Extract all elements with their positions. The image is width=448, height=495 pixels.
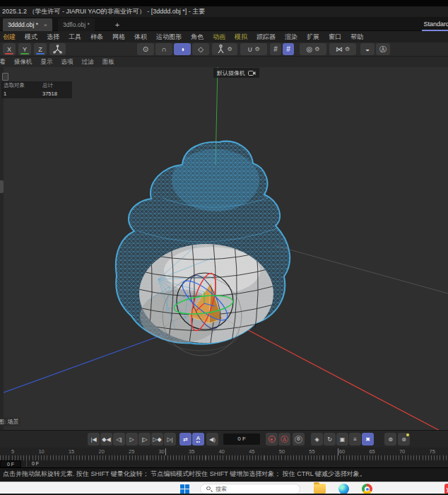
title-bar: 2025.1.2 （学生许可 - JIARUI YAO的非商业许可） - [3d… [0, 6, 448, 17]
hud-selection-stats: 选取对象 总计 1 37518 [1, 81, 72, 98]
keyframe-selection-button[interactable]: ⚙ [293, 433, 305, 446]
record-rotation-button[interactable]: ↻ [324, 433, 336, 446]
range-current-value: 0 F [32, 460, 39, 467]
grid-toggle-button[interactable]: # [270, 43, 281, 55]
pla-key-icon: ✖ [365, 436, 370, 443]
layout-selector[interactable]: Standard [422, 18, 448, 31]
youdao-dict-icon[interactable]: yd [444, 484, 448, 494]
axis-z-button[interactable]: Z [34, 43, 47, 55]
viewport-menu-options[interactable]: 选项 [61, 58, 73, 66]
record-scale-button[interactable]: ▣ [336, 433, 348, 446]
goto-end-button[interactable]: ▷| [164, 433, 176, 446]
axis-y-label: Y [23, 46, 27, 53]
timeline-ruler[interactable]: 51015202530354045505560657075 [0, 448, 448, 458]
previous-key-icon: ◆◀ [102, 436, 110, 443]
tab-label: 3dddd.obj * [8, 21, 38, 28]
autokey-icon: Ⓐ [281, 434, 288, 445]
menu-create[interactable]: 创建 [3, 33, 16, 42]
chrome-browser-icon[interactable] [362, 484, 372, 494]
edge-browser-icon[interactable] [338, 484, 349, 494]
taskbar-search-box[interactable]: 搜索 [200, 484, 300, 494]
axis-x-button[interactable]: X [3, 43, 16, 55]
parameter-key-icon: ≡ [353, 436, 357, 443]
modeling-settings-button[interactable]: ◎⚙ [300, 43, 326, 55]
next-frame-button[interactable]: |▷ [138, 433, 151, 446]
previous-key-button[interactable]: ◆◀ [100, 433, 112, 446]
snap-magnet-icon: ∪ [247, 45, 252, 53]
menu-tools[interactable]: 工具 [69, 33, 81, 42]
scene-hud-label: 图: 场景 [0, 417, 20, 426]
solo-mode-button[interactable]: ⊚ [384, 433, 396, 446]
viewport-menu-view[interactable]: 查看 [0, 58, 6, 66]
gear-icon: ⚙ [255, 46, 260, 52]
tab-close-icon[interactable]: × [44, 22, 47, 28]
tab-3dddd[interactable]: 3dddd.obj *× [3, 18, 52, 31]
status-bar: 点击并拖动鼠标旋转元素. 按住 SHIFT 键量化旋转； 节点编辑模式时按住 S… [0, 467, 448, 482]
camera-label[interactable]: 默认摄像机 [213, 68, 259, 78]
viewport-menu-display[interactable]: 显示 [41, 58, 53, 66]
range-start-field[interactable]: 0 F [0, 460, 21, 467]
auto-mode-button[interactable]: Ⓐ [376, 43, 390, 55]
menu-select[interactable]: 选择 [47, 33, 59, 42]
key-settings-icon: ⚙ [295, 436, 302, 443]
tab-3dflo[interactable]: 3dflo.obj * [58, 18, 95, 31]
shading-mode-wireframe-button[interactable]: ◇ [192, 43, 209, 55]
autokey-button[interactable]: Ⓐ [278, 433, 290, 446]
symmetry-button[interactable]: ⋈⚙ [329, 43, 356, 55]
play-button[interactable]: ▷ [126, 433, 138, 446]
next-key-button[interactable]: ▷◆ [151, 433, 163, 446]
menu-spline[interactable]: 样条 [90, 33, 103, 42]
shading-mode-lines-button[interactable]: ◑ [174, 43, 191, 55]
world-axis-z [0, 332, 170, 394]
axis-y-button[interactable]: Y [18, 43, 31, 55]
horizon-guide-line [274, 245, 448, 293]
record-pla-button[interactable]: ✖ [362, 433, 374, 446]
sound-button[interactable]: ◀) [206, 433, 218, 446]
menu-mograph[interactable]: 运动图形 [156, 33, 182, 42]
coordinate-system-button[interactable] [49, 43, 66, 55]
current-frame-field[interactable]: 0 F [223, 433, 260, 445]
character-tools-button[interactable]: ⚙ [212, 43, 237, 55]
loop-playback-button[interactable]: ⇄ [179, 433, 191, 446]
keying-presets-button[interactable]: ⊛ [398, 433, 410, 446]
record-position-button[interactable]: ◈ [311, 433, 323, 446]
panel-handle[interactable] [0, 180, 4, 193]
quantize-grid-button[interactable]: # [283, 43, 294, 55]
camera-icon [248, 70, 256, 76]
viewport-menu-panel[interactable]: 面板 [102, 58, 114, 66]
solo-icon: ⊚ [388, 436, 393, 443]
record-parameter-button[interactable]: ≡ [349, 433, 361, 446]
goto-start-button[interactable]: |◀ [88, 433, 100, 446]
file-explorer-icon[interactable] [314, 484, 326, 494]
windows-start-button[interactable] [180, 484, 189, 494]
shaded-sphere-icon: ◑ [180, 45, 184, 53]
viewport-3d[interactable]: 选取对象 总计 1 37518 默认摄像机 图: 场景 [0, 67, 448, 430]
dome-light-button[interactable]: ◒ [360, 43, 375, 55]
snap-settings-button[interactable]: ∪⚙ [240, 43, 267, 55]
timeline-range-bar[interactable]: 0 F 0 F [0, 458, 448, 467]
viewport-menu-cameras[interactable]: 摄像机 [14, 58, 33, 66]
shading-mode-gouraud-button[interactable]: ⊙ [137, 43, 154, 55]
previous-frame-button[interactable]: ◁| [113, 433, 125, 446]
menu-help[interactable]: 帮助 [350, 33, 363, 42]
search-icon [206, 487, 212, 492]
new-tab-button[interactable]: + [112, 18, 123, 31]
menu-extensions[interactable]: 扩展 [307, 33, 319, 42]
menu-window[interactable]: 窗口 [329, 33, 341, 42]
hud-selected-value: 1 [1, 90, 42, 98]
menu-simulate[interactable]: 模拟 [235, 33, 247, 42]
document-tab-bar: 3dddd.obj *× 3dflo.obj * + Standard [0, 17, 448, 31]
mirror-icon: ⋈ [336, 45, 343, 53]
menu-render[interactable]: 渲染 [285, 33, 297, 42]
menu-mode[interactable]: 模式 [25, 33, 37, 42]
menu-character[interactable]: 角色 [191, 33, 204, 42]
menu-mesh[interactable]: 网格 [112, 33, 125, 42]
viewport-menu-filter[interactable]: 过滤 [82, 58, 94, 66]
play-mode-button[interactable]: A [192, 433, 204, 446]
record-keyframe-button[interactable] [266, 433, 278, 446]
menu-animate[interactable]: 动画 [213, 33, 225, 42]
menu-tracker[interactable]: 跟踪器 [257, 33, 276, 42]
rings-icon: ◎ [307, 45, 313, 53]
menu-volume[interactable]: 体积 [134, 33, 147, 42]
shading-mode-quick-button[interactable]: ∩ [155, 43, 172, 55]
